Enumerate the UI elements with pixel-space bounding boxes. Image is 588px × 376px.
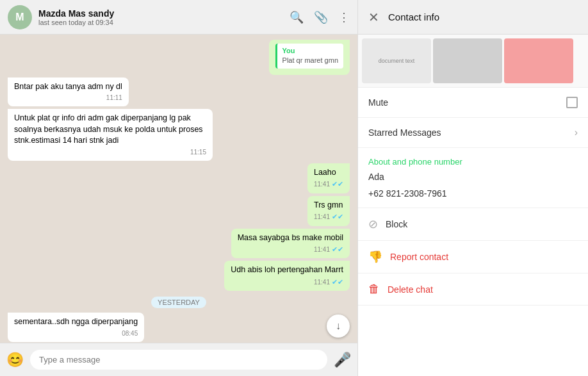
table-row: You Plat qr maret gmn	[8, 40, 350, 75]
double-tick-icon: ✔✔	[332, 212, 343, 222]
message-bubble: sementara..sdh ngga diperpanjang 08:45	[8, 313, 144, 342]
report-label: Report contact	[390, 252, 448, 262]
message-bubble: Masa sayabga bs make mobil 11:41 ✔✔	[231, 229, 350, 259]
contact-info-header: ✕ Contact info	[358, 0, 588, 35]
input-bar: 😊 🎤	[0, 343, 357, 376]
quoted-sender: You	[282, 46, 338, 56]
bubble-quoted: You Plat qr maret gmn	[269, 40, 350, 75]
scroll-down-button[interactable]: ↓	[327, 315, 350, 338]
message-text: Untuk plat qr info dri adm gak diperpanj…	[14, 113, 203, 145]
contact-name: Mazda Mas sandy	[38, 8, 290, 19]
report-icon: 👎	[368, 250, 382, 264]
block-row[interactable]: ⊘ Block	[358, 208, 588, 241]
more-menu-icon[interactable]: ⋮	[338, 10, 350, 24]
double-tick-icon: ✔✔	[332, 277, 343, 287]
mute-checkbox[interactable]	[566, 97, 578, 108]
delete-chat-row[interactable]: 🗑 Delete chat	[358, 274, 588, 306]
report-contact-row[interactable]: 👎 Report contact	[358, 241, 588, 274]
table-row: Untuk plat qr info dri adm gak diperpanj…	[8, 109, 350, 161]
table-row: Udh abis loh pertengahan Marrt 11:41 ✔✔	[8, 261, 350, 291]
phone-value: +62 821-2308-7961	[368, 188, 578, 199]
message-meta: 08:45	[14, 329, 138, 338]
message-text: sementara..sdh ngga diperpanjang	[14, 317, 138, 326]
delete-label: Delete chat	[388, 284, 433, 295]
table-row: Bntar pak aku tanya adm ny dl 11:11	[8, 78, 350, 107]
message-bubble: Trs gmn 11:41 ✔✔	[307, 196, 350, 226]
message-meta: 11:15	[14, 148, 206, 157]
search-icon[interactable]: 🔍	[290, 10, 304, 24]
message-meta: 11:41 ✔✔	[314, 212, 343, 222]
message-time: 11:11	[106, 94, 122, 102]
message-bubble: Untuk plat qr info dri adm gak diperpanj…	[8, 109, 213, 161]
table-row: sementara..sdh ngga diperpanjang 08:45	[8, 313, 350, 342]
message-time: 08:45	[122, 329, 138, 338]
about-value: Ada	[368, 172, 578, 182]
microphone-icon[interactable]: 🎤	[334, 352, 351, 368]
table-row: Trs gmn 11:41 ✔✔	[8, 196, 350, 226]
message-meta: 11:41 ✔✔	[314, 179, 343, 189]
attach-icon[interactable]: 📎	[314, 10, 328, 24]
message-meta: 11:11	[14, 94, 122, 102]
quoted-text: Plat qr maret gmn	[282, 56, 338, 65]
double-tick-icon: ✔✔	[332, 179, 343, 189]
delete-icon: 🗑	[368, 282, 380, 296]
header-icons: 🔍 📎 ⋮	[290, 10, 350, 24]
message-text: Udh abis loh pertengahan Marrt	[231, 265, 343, 274]
message-time: 11:15	[190, 148, 206, 157]
double-tick-icon: ✔✔	[332, 245, 343, 254]
message-bubble: Laaho 11:41 ✔✔	[307, 163, 350, 193]
messages-area: You Plat qr maret gmn Bntar pak aku tany…	[0, 35, 357, 343]
message-text: Trs gmn	[314, 200, 343, 209]
chat-panel: M Mazda Mas sandy last seen today at 09:…	[0, 0, 357, 376]
message-text: Bntar pak aku tanya adm ny dl	[14, 82, 122, 91]
message-input[interactable]	[30, 350, 327, 370]
table-row: Masa sayabga bs make mobil 11:41 ✔✔	[8, 229, 350, 259]
message-meta: 11:41 ✔✔	[231, 277, 343, 287]
date-divider: YESTERDAY	[8, 296, 350, 307]
media-thumb-img1[interactable]	[504, 38, 573, 83]
media-thumb-doc1[interactable]: document text	[362, 38, 431, 83]
message-time: 11:41	[314, 213, 330, 222]
message-bubble: Bntar pak aku tanya adm ny dl 11:11	[8, 78, 129, 107]
chevron-right-icon: ›	[575, 127, 578, 138]
about-label: About and phone number	[368, 157, 578, 167]
message-text: Laaho	[314, 168, 336, 177]
message-text: Masa sayabga bs make mobil	[238, 233, 343, 242]
message-time: 11:41	[314, 245, 330, 254]
block-icon: ⊘	[368, 217, 378, 231]
contact-status: last seen today at 09:34	[38, 19, 290, 26]
starred-messages-row[interactable]: Starred Messages ›	[358, 118, 588, 148]
message-time: 11:41	[314, 180, 330, 189]
header-info: Mazda Mas sandy last seen today at 09:34	[38, 8, 290, 26]
starred-messages-label: Starred Messages	[368, 127, 575, 138]
contact-panel: ✕ Contact info document text Mute Starre…	[357, 0, 588, 376]
mute-label: Mute	[368, 97, 566, 108]
chat-header: M Mazda Mas sandy last seen today at 09:…	[0, 0, 357, 35]
message-time: 11:41	[314, 278, 330, 287]
date-label: YESTERDAY	[151, 297, 206, 308]
block-label: Block	[386, 219, 407, 229]
message-meta: 11:41 ✔✔	[238, 245, 343, 254]
media-thumb-doc2[interactable]	[433, 38, 502, 83]
mute-row[interactable]: Mute	[358, 88, 588, 118]
media-thumbnails: document text	[358, 35, 588, 88]
about-section: About and phone number Ada +62 821-2308-…	[358, 148, 588, 208]
close-icon[interactable]: ✕	[368, 10, 379, 25]
table-row: Laaho 11:41 ✔✔	[8, 163, 350, 193]
emoji-icon[interactable]: 😊	[6, 352, 24, 368]
quoted-message: You Plat qr maret gmn	[275, 44, 343, 69]
message-bubble: Udh abis loh pertengahan Marrt 11:41 ✔✔	[224, 261, 350, 291]
contact-info-title: Contact info	[388, 12, 439, 22]
avatar: M	[8, 5, 32, 29]
